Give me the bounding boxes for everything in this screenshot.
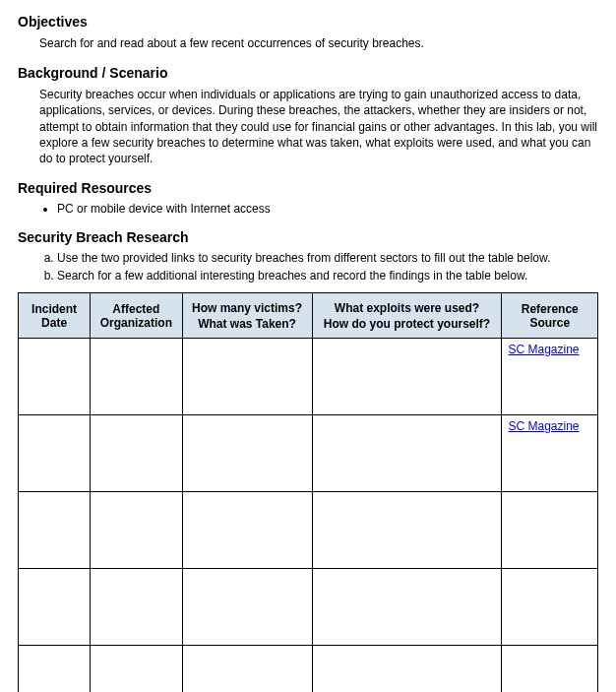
resources-section: Required Resources PC or mobile device w… <box>18 180 598 216</box>
cell-affected-org <box>91 569 182 646</box>
cell-reference <box>502 646 598 692</box>
table-row <box>19 492 598 569</box>
cell-affected-org <box>91 646 182 692</box>
cell-reference: SC Magazine <box>502 415 598 492</box>
background-heading: Background / Scenario <box>18 65 598 81</box>
table-row: SC Magazine <box>19 339 598 415</box>
th-victims-line2: What was Taken? <box>189 317 306 331</box>
cell-incident-date <box>19 569 91 646</box>
table-body: SC Magazine SC Magazine <box>19 339 598 692</box>
table-row: SC Magazine <box>19 415 598 492</box>
objectives-section: Objectives Search for and read about a f… <box>18 14 598 51</box>
objectives-text: Search for and read about a few recent o… <box>39 35 598 51</box>
cell-victims-taken <box>182 569 312 646</box>
cell-exploits-protect <box>312 339 502 415</box>
cell-exploits-protect <box>312 415 502 492</box>
cell-exploits-protect <box>312 646 502 692</box>
cell-incident-date <box>19 492 91 569</box>
resource-item: PC or mobile device with Internet access <box>57 202 598 216</box>
research-step-b: Search for a few additional interesting … <box>57 269 598 283</box>
cell-exploits-protect <box>312 492 502 569</box>
breach-table: Incident Date Affected Organization How … <box>18 292 598 692</box>
cell-exploits-protect <box>312 569 502 646</box>
research-section: Security Breach Research Use the two pro… <box>18 229 598 283</box>
th-reference: Reference Source <box>502 293 598 339</box>
cell-victims-taken <box>182 339 312 415</box>
th-exploits-line1: What exploits were used? <box>319 301 496 315</box>
cell-reference <box>502 492 598 569</box>
research-step-a: Use the two provided links to security b… <box>57 251 598 265</box>
background-text: Security breaches occur when individuals… <box>39 87 598 166</box>
objectives-heading: Objectives <box>18 14 598 30</box>
table-row <box>19 569 598 646</box>
th-affected-org: Affected Organization <box>91 293 182 339</box>
cell-victims-taken <box>182 492 312 569</box>
cell-affected-org <box>91 415 182 492</box>
table-header-row: Incident Date Affected Organization How … <box>19 293 598 339</box>
background-section: Background / Scenario Security breaches … <box>18 65 598 166</box>
th-victims-taken: How many victims? What was Taken? <box>182 293 312 339</box>
cell-victims-taken <box>182 415 312 492</box>
resources-heading: Required Resources <box>18 180 598 196</box>
th-exploits-line2: How do you protect yourself? <box>319 317 496 331</box>
th-exploits-protect: What exploits were used? How do you prot… <box>312 293 502 339</box>
research-heading: Security Breach Research <box>18 229 598 245</box>
cell-affected-org <box>91 492 182 569</box>
cell-victims-taken <box>182 646 312 692</box>
resources-list: PC or mobile device with Internet access <box>18 202 598 216</box>
table-row <box>19 646 598 692</box>
cell-incident-date <box>19 415 91 492</box>
cell-reference: SC Magazine <box>502 339 598 415</box>
th-incident-date: Incident Date <box>19 293 91 339</box>
th-victims-line1: How many victims? <box>189 301 306 315</box>
cell-incident-date <box>19 339 91 415</box>
cell-affected-org <box>91 339 182 415</box>
reference-link[interactable]: SC Magazine <box>508 343 579 356</box>
cell-incident-date <box>19 646 91 692</box>
cell-reference <box>502 569 598 646</box>
research-steps: Use the two provided links to security b… <box>18 251 598 283</box>
reference-link[interactable]: SC Magazine <box>508 419 579 433</box>
